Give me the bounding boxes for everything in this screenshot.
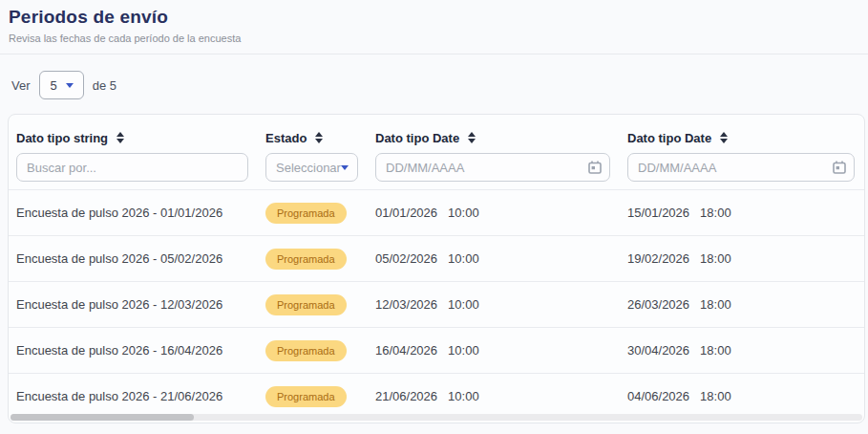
period-name: Encuesta de pulso 2026 - 12/03/2026 <box>9 297 258 312</box>
page-title: Periodos de envío <box>9 7 858 28</box>
start-time: 10:00 <box>448 297 479 312</box>
end-time: 18:00 <box>700 251 731 266</box>
page-size-suffix-label: de 5 <box>93 78 116 93</box>
start-time: 10:00 <box>448 343 479 358</box>
column-header-label: Estado <box>265 131 307 145</box>
column-header-estado[interactable]: Estado <box>258 131 368 145</box>
start-date: 12/03/2026 <box>375 297 437 312</box>
status-badge: Programada <box>265 203 347 224</box>
column-header-date-end[interactable]: Dato tipo Date <box>620 131 864 145</box>
column-header-string[interactable]: Dato tipo string <box>9 131 258 145</box>
sort-arrows-icon[interactable] <box>720 132 728 143</box>
chevron-down-icon <box>66 83 74 88</box>
end-time: 18:00 <box>700 343 731 358</box>
end-date: 19/02/2026 <box>627 251 689 266</box>
period-name: Encuesta de pulso 2026 - 05/02/2026 <box>9 251 258 266</box>
table-filter-row: Seleccionar <box>9 149 864 189</box>
period-name: Encuesta de pulso 2026 - 21/06/2026 <box>9 389 258 403</box>
sort-arrows-icon[interactable] <box>468 132 476 143</box>
search-input[interactable] <box>16 153 248 182</box>
table-row[interactable]: Encuesta de pulso 2026 - 05/02/2026 Prog… <box>9 235 864 281</box>
status-badge: Programada <box>265 294 347 315</box>
start-date-filter-input[interactable] <box>375 153 610 182</box>
page-size-select[interactable]: 5 <box>39 71 84 99</box>
page-size-value: 5 <box>51 78 57 93</box>
start-time: 10:00 <box>448 251 479 266</box>
column-header-date-start[interactable]: Dato tipo Date <box>368 131 620 145</box>
sort-arrows-icon[interactable] <box>315 132 323 143</box>
page-subtitle: Revisa las fechas de cada período de la … <box>9 33 858 44</box>
status-badge: Programada <box>265 249 347 270</box>
period-name: Encuesta de pulso 2026 - 16/04/2026 <box>9 343 258 358</box>
table-row[interactable]: Encuesta de pulso 2026 - 12/03/2026 Prog… <box>9 281 864 327</box>
end-time: 18:00 <box>700 389 731 403</box>
periods-table: Dato tipo string Estado Dato tipo Date D… <box>8 114 865 423</box>
table-row[interactable]: Encuesta de pulso 2026 - 16/04/2026 Prog… <box>9 327 864 373</box>
end-date: 04/06/2026 <box>627 389 689 403</box>
status-filter-placeholder: Seleccionar <box>276 161 341 175</box>
table-row[interactable]: Encuesta de pulso 2026 - 01/01/2026 Prog… <box>9 189 864 235</box>
end-date: 26/03/2026 <box>627 297 689 312</box>
column-header-label: Dato tipo Date <box>375 131 459 145</box>
end-date: 30/04/2026 <box>627 343 689 358</box>
header-divider <box>0 54 868 54</box>
table-header-row: Dato tipo string Estado Dato tipo Date D… <box>9 115 864 149</box>
period-name: Encuesta de pulso 2026 - 01/01/2026 <box>9 206 258 220</box>
page-size-control: Ver 5 de 5 <box>11 71 868 99</box>
sort-arrows-icon[interactable] <box>116 132 124 143</box>
status-filter-select[interactable]: Seleccionar <box>265 153 358 182</box>
table-row[interactable]: Encuesta de pulso 2026 - 21/06/2026 Prog… <box>9 373 864 419</box>
start-time: 10:00 <box>448 389 479 403</box>
start-date: 05/02/2026 <box>375 251 437 266</box>
horizontal-scrollbar-thumb[interactable] <box>11 414 194 421</box>
page-size-prefix-label: Ver <box>11 78 31 93</box>
page-header: Periodos de envío Revisa las fechas de c… <box>0 0 868 44</box>
end-date-filter-input[interactable] <box>627 153 855 182</box>
start-date: 16/04/2026 <box>375 343 437 358</box>
column-header-label: Dato tipo Date <box>627 131 711 145</box>
horizontal-scrollbar[interactable] <box>11 414 862 421</box>
end-date: 15/01/2026 <box>627 206 689 220</box>
status-badge: Programada <box>265 340 347 361</box>
status-badge: Programada <box>265 386 347 407</box>
end-time: 18:00 <box>700 206 731 220</box>
chevron-down-icon <box>341 165 349 170</box>
end-time: 18:00 <box>700 297 731 312</box>
start-time: 10:00 <box>448 206 479 220</box>
column-header-label: Dato tipo string <box>16 131 108 145</box>
start-date: 21/06/2026 <box>375 389 437 403</box>
start-date: 01/01/2026 <box>375 206 437 220</box>
